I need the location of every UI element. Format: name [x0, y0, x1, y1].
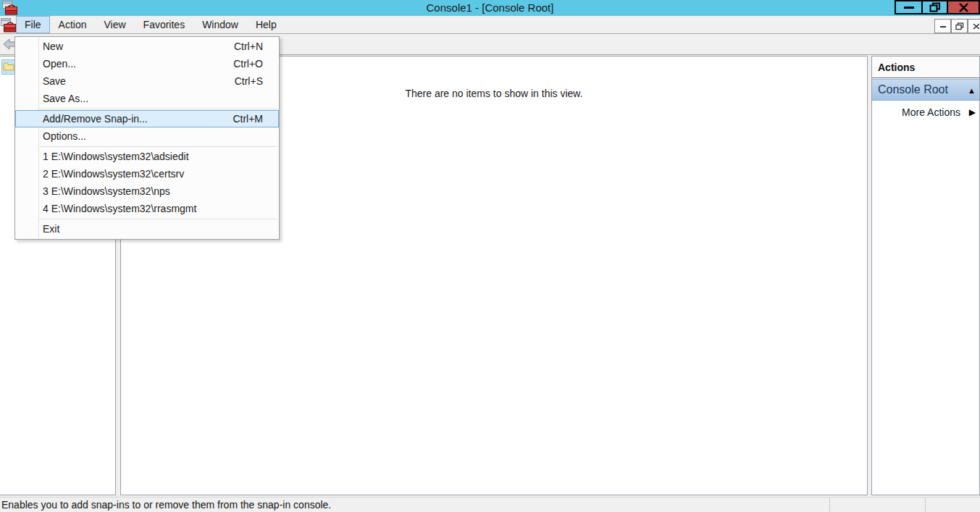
menu-item-label: Save	[43, 75, 66, 87]
child-minimize-button[interactable]	[934, 19, 951, 33]
actions-group-console-root[interactable]: Console Root ▲	[872, 79, 979, 101]
file-menu-item-save[interactable]: SaveCtrl+S	[15, 72, 279, 90]
menu-item-shortcut: Ctrl+N	[234, 41, 263, 52]
status-bar: Enables you to add snap-ins to or remove…	[0, 497, 980, 512]
file-menu-dropdown: NewCtrl+NOpen...Ctrl+OSaveCtrl+SSave As.…	[14, 36, 280, 240]
menu-item-shortcut: Ctrl+O	[233, 58, 263, 70]
menubar-item-action[interactable]: Action	[50, 16, 96, 33]
menu-item-label: 4 E:\Windows\system32\rrasmgmt	[43, 203, 196, 214]
menu-item-shortcut: Ctrl+S	[235, 75, 263, 87]
status-bar-divider	[829, 498, 830, 512]
menu-item-label: Add/Remove Snap-in...	[43, 113, 148, 125]
file-menu-item-add-remove-snap-in[interactable]: Add/Remove Snap-in...Ctrl+M	[15, 110, 279, 127]
actions-group-label: Console Root	[872, 80, 979, 100]
more-actions-label: More Actions	[902, 104, 960, 121]
minimize-button[interactable]	[895, 0, 921, 14]
restore-button[interactable]	[921, 0, 948, 14]
menu-bar-items: FileActionViewFavoritesWindowHelp	[16, 16, 285, 33]
close-button[interactable]	[948, 0, 980, 14]
file-menu-item-2-e-windows-system32-certsrv[interactable]: 2 E:\Windows\system32\certsrv	[15, 165, 279, 182]
menu-item-label: Options...	[43, 130, 86, 142]
folder-icon	[3, 61, 14, 74]
collapse-arrow-icon[interactable]: ▲	[968, 86, 976, 95]
file-menu-item-3-e-windows-system32-nps[interactable]: 3 E:\Windows\system32\nps	[15, 182, 279, 200]
more-actions-item[interactable]: More Actions ▶	[872, 104, 979, 121]
window-title: Console1 - [Console Root]	[0, 0, 980, 16]
title-bar: Console1 - [Console Root]	[0, 0, 980, 16]
menubar-item-view[interactable]: View	[95, 16, 134, 33]
menubar-item-window[interactable]: Window	[193, 16, 247, 33]
console-app-icon	[1, 18, 17, 33]
child-restore-button[interactable]	[951, 19, 968, 33]
menu-separator	[39, 146, 277, 147]
child-close-button[interactable]	[968, 19, 980, 33]
more-actions-arrow-icon: ▶	[969, 107, 976, 117]
menu-item-label: 1 E:\Windows\system32\adsiedit	[43, 151, 189, 162]
menu-item-label: 2 E:\Windows\system32\certsrv	[43, 168, 184, 180]
file-menu-item-new[interactable]: NewCtrl+N	[15, 38, 279, 55]
menubar-item-favorites[interactable]: Favorites	[135, 16, 194, 33]
menu-item-shortcut: Ctrl+M	[233, 113, 263, 125]
file-menu-item-1-e-windows-system32-adsiedit[interactable]: 1 E:\Windows\system32\adsiedit	[15, 148, 279, 165]
file-menu-item-open[interactable]: Open...Ctrl+O	[15, 55, 279, 72]
file-menu-item-4-e-windows-system32-rrasmgmt[interactable]: 4 E:\Windows\system32\rrasmgmt	[15, 200, 279, 217]
actions-pane-title: Actions	[872, 56, 979, 78]
menu-separator	[39, 109, 277, 109]
status-bar-divider	[925, 498, 926, 512]
actions-pane: Actions Console Root ▲ More Actions ▶	[871, 56, 980, 495]
menu-item-label: Save As...	[43, 93, 88, 104]
menu-item-label: Exit	[43, 223, 59, 235]
file-menu-items: NewCtrl+NOpen...Ctrl+OSaveCtrl+SSave As.…	[15, 38, 279, 238]
menubar-item-help[interactable]: Help	[247, 16, 285, 33]
menu-bar: FileActionViewFavoritesWindowHelp	[0, 16, 980, 34]
tree-item-console-root[interactable]	[1, 59, 15, 75]
menu-item-label: 3 E:\Windows\system32\nps	[43, 185, 170, 197]
menubar-item-file[interactable]: File	[16, 16, 50, 33]
menu-item-label: Open...	[43, 58, 76, 70]
menu-item-label: New	[43, 41, 63, 52]
file-menu-item-options[interactable]: Options...	[15, 127, 279, 145]
menu-separator	[39, 219, 277, 219]
file-menu-item-save-as[interactable]: Save As...	[15, 90, 279, 107]
file-menu-item-exit[interactable]: Exit	[15, 220, 279, 238]
status-message: Enables you to add snap-ins to or remove…	[1, 499, 331, 511]
